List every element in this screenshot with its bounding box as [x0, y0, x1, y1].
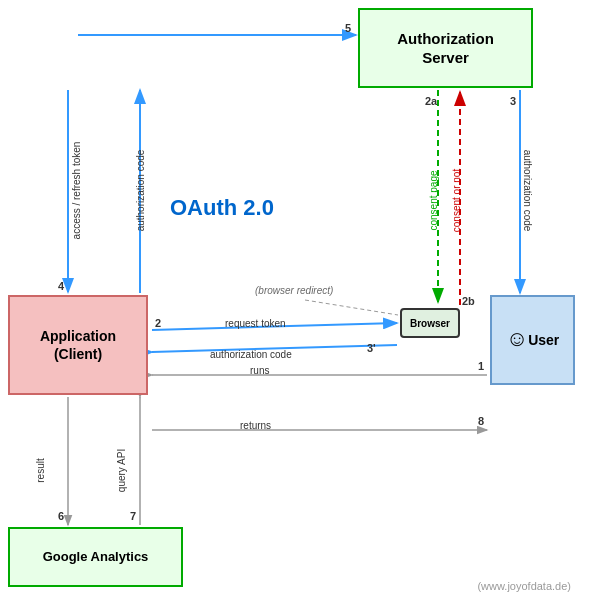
- step2a-number: 2a: [425, 95, 437, 107]
- browser-node: Browser: [400, 308, 460, 338]
- result-label: result: [35, 458, 46, 482]
- auth-code-right-label: authorization code: [522, 150, 533, 232]
- consent-or-not-label: consent or not: [451, 169, 462, 232]
- step4-number: 4: [58, 280, 64, 292]
- step8-number: 8: [478, 415, 484, 427]
- returns-label: returns: [240, 420, 271, 431]
- runs-label: runs: [250, 365, 269, 376]
- browser-label: Browser: [410, 318, 450, 329]
- step3prime-number: 3': [367, 342, 376, 354]
- step2-number: 2: [155, 317, 161, 329]
- step2b-number: 2b: [462, 295, 475, 307]
- step6-number: 6: [58, 510, 64, 522]
- step7-number: 7: [130, 510, 136, 522]
- browser-redirect-label: (browser redirect): [255, 285, 333, 296]
- oauth-title: OAuth 2.0: [170, 195, 274, 221]
- step5-number: 5: [345, 22, 351, 34]
- auth-code-vertical-label: authorization code: [135, 150, 146, 232]
- watermark: (www.joyofdata.de): [477, 580, 571, 592]
- step3-number: 3: [510, 95, 516, 107]
- request-token-label: request token: [225, 318, 286, 329]
- user-icon: ☺: [506, 325, 528, 354]
- application-label: Application(Client): [40, 327, 116, 363]
- diagram-container: Authorization Server Application(Client)…: [0, 0, 591, 607]
- query-api-label: query API: [116, 449, 127, 492]
- consent-page-label: consent page: [428, 170, 439, 230]
- google-analytics-box: Google Analytics: [8, 527, 183, 587]
- step1-number: 1: [478, 360, 484, 372]
- auth-code-response-label: authorization code: [210, 349, 292, 360]
- user-label: User: [528, 331, 559, 349]
- access-refresh-token-label: access / refresh token: [71, 142, 82, 240]
- auth-server-label: Authorization Server: [397, 29, 494, 68]
- user-box: ☺ User: [490, 295, 575, 385]
- svg-line-19: [305, 300, 398, 315]
- google-analytics-label: Google Analytics: [43, 549, 149, 566]
- application-box: Application(Client): [8, 295, 148, 395]
- auth-server-box: Authorization Server: [358, 8, 533, 88]
